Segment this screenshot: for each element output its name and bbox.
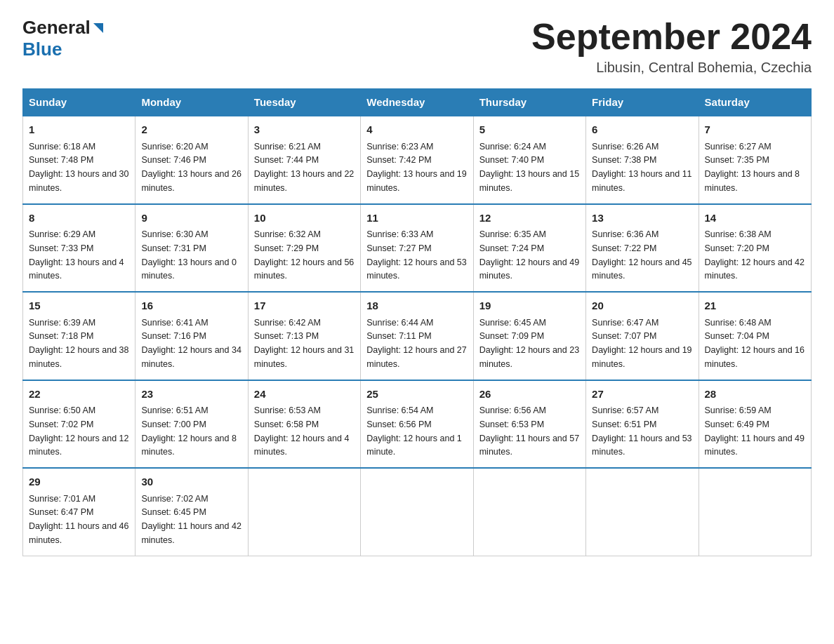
- page-header: General Blue September 2024 Libusin, Cen…: [22, 17, 812, 76]
- calendar-day-cell: 1Sunrise: 6:18 AMSunset: 7:48 PMDaylight…: [23, 116, 135, 204]
- calendar-table: SundayMondayTuesdayWednesdayThursdayFrid…: [22, 88, 812, 556]
- calendar-day-cell: 11Sunrise: 6:33 AMSunset: 7:27 PMDayligh…: [361, 204, 473, 293]
- weekday-header-sunday: Sunday: [23, 89, 135, 116]
- day-info: Sunrise: 6:27 AMSunset: 7:35 PMDaylight:…: [705, 142, 800, 193]
- day-info: Sunrise: 6:44 AMSunset: 7:11 PMDaylight:…: [366, 318, 466, 369]
- day-number: 21: [705, 298, 805, 314]
- calendar-day-cell: 28Sunrise: 6:59 AMSunset: 6:49 PMDayligh…: [699, 380, 811, 469]
- day-info: Sunrise: 6:24 AMSunset: 7:40 PMDaylight:…: [479, 142, 579, 193]
- day-info: Sunrise: 6:23 AMSunset: 7:42 PMDaylight:…: [366, 142, 466, 193]
- day-info: Sunrise: 6:50 AMSunset: 7:02 PMDaylight:…: [29, 405, 128, 457]
- calendar-day-cell: 12Sunrise: 6:35 AMSunset: 7:24 PMDayligh…: [473, 204, 585, 293]
- calendar-day-cell: 21Sunrise: 6:48 AMSunset: 7:04 PMDayligh…: [699, 292, 811, 380]
- day-info: Sunrise: 6:42 AMSunset: 7:13 PMDaylight:…: [254, 318, 354, 369]
- calendar-empty-cell: [699, 468, 811, 556]
- day-number: 1: [29, 122, 129, 138]
- calendar-day-cell: 24Sunrise: 6:53 AMSunset: 6:58 PMDayligh…: [248, 380, 360, 469]
- day-info: Sunrise: 6:32 AMSunset: 7:29 PMDaylight:…: [254, 229, 354, 281]
- calendar-day-cell: 18Sunrise: 6:44 AMSunset: 7:11 PMDayligh…: [361, 292, 473, 380]
- day-number: 25: [366, 387, 467, 403]
- logo: General Blue: [22, 17, 106, 60]
- day-info: Sunrise: 6:54 AMSunset: 6:56 PMDaylight:…: [366, 405, 462, 457]
- calendar-day-cell: 3Sunrise: 6:21 AMSunset: 7:44 PMDaylight…: [248, 116, 360, 204]
- calendar-week-row: 15Sunrise: 6:39 AMSunset: 7:18 PMDayligh…: [23, 292, 812, 380]
- day-info: Sunrise: 6:39 AMSunset: 7:18 PMDaylight:…: [29, 318, 128, 369]
- calendar-day-cell: 7Sunrise: 6:27 AMSunset: 7:35 PMDaylight…: [699, 116, 811, 204]
- day-info: Sunrise: 6:30 AMSunset: 7:31 PMDaylight:…: [141, 229, 237, 281]
- day-number: 13: [592, 210, 692, 227]
- day-info: Sunrise: 6:18 AMSunset: 7:48 PMDaylight:…: [29, 142, 128, 193]
- day-info: Sunrise: 6:48 AMSunset: 7:04 PMDaylight:…: [705, 318, 805, 369]
- calendar-day-cell: 2Sunrise: 6:20 AMSunset: 7:46 PMDaylight…: [135, 116, 248, 204]
- day-number: 27: [592, 387, 692, 403]
- day-number: 10: [254, 210, 355, 227]
- calendar-empty-cell: [248, 468, 360, 556]
- calendar-day-cell: 27Sunrise: 6:57 AMSunset: 6:51 PMDayligh…: [586, 380, 699, 469]
- svg-marker-0: [93, 23, 103, 33]
- calendar-day-cell: 17Sunrise: 6:42 AMSunset: 7:13 PMDayligh…: [248, 292, 360, 380]
- day-info: Sunrise: 6:21 AMSunset: 7:44 PMDaylight:…: [254, 142, 354, 193]
- day-number: 23: [141, 387, 241, 403]
- day-number: 8: [29, 210, 129, 227]
- logo-general-text: General: [22, 17, 91, 39]
- day-number: 20: [592, 298, 692, 314]
- calendar-day-cell: 16Sunrise: 6:41 AMSunset: 7:16 PMDayligh…: [135, 292, 248, 380]
- day-number: 24: [254, 387, 355, 403]
- calendar-empty-cell: [473, 468, 585, 556]
- calendar-day-cell: 13Sunrise: 6:36 AMSunset: 7:22 PMDayligh…: [586, 204, 699, 293]
- calendar-day-cell: 4Sunrise: 6:23 AMSunset: 7:42 PMDaylight…: [361, 116, 473, 204]
- calendar-day-cell: 15Sunrise: 6:39 AMSunset: 7:18 PMDayligh…: [23, 292, 135, 380]
- day-info: Sunrise: 6:29 AMSunset: 7:33 PMDaylight:…: [29, 229, 124, 281]
- day-info: Sunrise: 6:47 AMSunset: 7:07 PMDaylight:…: [592, 318, 691, 369]
- day-info: Sunrise: 6:38 AMSunset: 7:20 PMDaylight:…: [705, 229, 805, 281]
- weekday-header-tuesday: Tuesday: [248, 89, 360, 116]
- calendar-day-cell: 23Sunrise: 6:51 AMSunset: 7:00 PMDayligh…: [135, 380, 248, 469]
- day-info: Sunrise: 6:45 AMSunset: 7:09 PMDaylight:…: [479, 318, 579, 369]
- calendar-day-cell: 30Sunrise: 7:02 AMSunset: 6:45 PMDayligh…: [135, 468, 248, 556]
- day-info: Sunrise: 6:56 AMSunset: 6:53 PMDaylight:…: [479, 405, 579, 457]
- day-info: Sunrise: 6:35 AMSunset: 7:24 PMDaylight:…: [479, 229, 579, 281]
- calendar-day-cell: 19Sunrise: 6:45 AMSunset: 7:09 PMDayligh…: [473, 292, 585, 380]
- day-number: 28: [705, 387, 805, 403]
- day-number: 11: [366, 210, 467, 227]
- title-block: September 2024 Libusin, Central Bohemia,…: [531, 17, 812, 76]
- calendar-day-cell: 26Sunrise: 6:56 AMSunset: 6:53 PMDayligh…: [473, 380, 585, 469]
- day-number: 30: [141, 474, 241, 490]
- day-number: 14: [705, 210, 805, 227]
- logo-blue-text: Blue: [22, 39, 62, 60]
- day-info: Sunrise: 6:33 AMSunset: 7:27 PMDaylight:…: [366, 229, 466, 281]
- day-number: 29: [29, 474, 129, 490]
- day-number: 7: [705, 122, 805, 138]
- calendar-week-row: 22Sunrise: 6:50 AMSunset: 7:02 PMDayligh…: [23, 380, 812, 469]
- weekday-header-wednesday: Wednesday: [361, 89, 473, 116]
- calendar-day-cell: 14Sunrise: 6:38 AMSunset: 7:20 PMDayligh…: [699, 204, 811, 293]
- calendar-day-cell: 22Sunrise: 6:50 AMSunset: 7:02 PMDayligh…: [23, 380, 135, 469]
- day-number: 18: [366, 298, 467, 314]
- calendar-day-cell: 20Sunrise: 6:47 AMSunset: 7:07 PMDayligh…: [586, 292, 699, 380]
- weekday-header-friday: Friday: [586, 89, 699, 116]
- weekday-header-thursday: Thursday: [473, 89, 585, 116]
- day-number: 12: [479, 210, 580, 227]
- calendar-week-row: 1Sunrise: 6:18 AMSunset: 7:48 PMDaylight…: [23, 116, 812, 204]
- day-number: 9: [141, 210, 241, 227]
- page-title: September 2024: [531, 17, 812, 57]
- day-info: Sunrise: 6:51 AMSunset: 7:00 PMDaylight:…: [141, 405, 237, 457]
- day-number: 16: [141, 298, 241, 314]
- calendar-day-cell: 5Sunrise: 6:24 AMSunset: 7:40 PMDaylight…: [473, 116, 585, 204]
- page-subtitle: Libusin, Central Bohemia, Czechia: [531, 60, 812, 76]
- calendar-day-cell: 6Sunrise: 6:26 AMSunset: 7:38 PMDaylight…: [586, 116, 699, 204]
- day-info: Sunrise: 6:59 AMSunset: 6:49 PMDaylight:…: [705, 405, 805, 457]
- day-number: 22: [29, 387, 129, 403]
- calendar-day-cell: 25Sunrise: 6:54 AMSunset: 6:56 PMDayligh…: [361, 380, 473, 469]
- weekday-header-monday: Monday: [135, 89, 248, 116]
- day-number: 3: [254, 122, 355, 138]
- day-number: 2: [141, 122, 241, 138]
- day-number: 4: [366, 122, 467, 138]
- calendar-day-cell: 10Sunrise: 6:32 AMSunset: 7:29 PMDayligh…: [248, 204, 360, 293]
- day-number: 19: [479, 298, 580, 314]
- weekday-header-saturday: Saturday: [699, 89, 811, 116]
- calendar-empty-cell: [361, 468, 473, 556]
- day-number: 26: [479, 387, 580, 403]
- day-info: Sunrise: 6:20 AMSunset: 7:46 PMDaylight:…: [141, 142, 241, 193]
- day-number: 15: [29, 298, 129, 314]
